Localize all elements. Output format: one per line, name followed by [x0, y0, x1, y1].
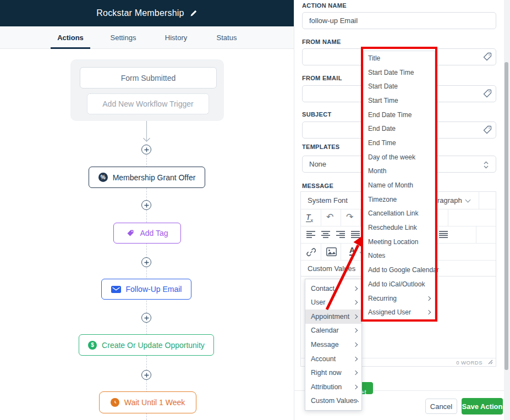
- step-follow-up-email[interactable]: Follow-Up Email: [101, 279, 191, 300]
- add-step-button[interactable]: [141, 145, 151, 154]
- plus-icon: [144, 373, 149, 378]
- dollar-coin-icon: $: [88, 341, 97, 350]
- custom-values-menu: Contact User Appointment Calendar Messag…: [305, 279, 362, 411]
- menu-item-user[interactable]: User: [305, 296, 361, 310]
- image-icon[interactable]: [326, 247, 337, 256]
- align-right-icon[interactable]: [336, 231, 346, 238]
- cancel-button[interactable]: Cancel: [425, 399, 457, 414]
- merge-tag-icon[interactable]: [482, 124, 493, 135]
- subject-label: SUBJECT: [302, 111, 331, 118]
- submenu-item-month[interactable]: Month: [364, 164, 435, 179]
- menu-item-calendar[interactable]: Calendar: [305, 324, 361, 338]
- from-name-label: FROM NAME: [302, 38, 341, 45]
- list-icon[interactable]: [439, 231, 448, 238]
- merge-tag-icon[interactable]: [482, 51, 493, 62]
- step-label: Membership Grant Offer: [113, 173, 196, 182]
- workflow-header: Rockstar Membership: [0, 0, 294, 26]
- resize-handle-icon[interactable]: [488, 360, 493, 364]
- templates-selected-value: None: [309, 160, 326, 168]
- chevron-right-icon: [426, 296, 431, 300]
- align-justify-icon[interactable]: [351, 231, 360, 238]
- add-step-button[interactable]: [141, 200, 151, 210]
- menu-item-custom-values[interactable]: Custom Values: [305, 394, 361, 408]
- tab-settings[interactable]: Settings: [102, 26, 144, 48]
- merge-tag-icon[interactable]: [482, 88, 493, 99]
- font-family-select[interactable]: System Font: [308, 196, 348, 205]
- plus-icon: [144, 147, 149, 152]
- action-name-label: ACTION NAME: [302, 2, 347, 9]
- add-step-button[interactable]: [141, 257, 151, 267]
- step-label: Wait Until 1 Week: [124, 398, 185, 407]
- step-label: Create Or Update Opportunity: [102, 341, 205, 350]
- submenu-item-start-date-time[interactable]: Start Date Time: [364, 65, 435, 80]
- workflow-editor-screen: Rockstar Membership Actions Settings His…: [0, 0, 510, 420]
- menu-item-attribution[interactable]: Attribution: [305, 380, 361, 394]
- trigger-card: Form Submitted Add New Workflow Trigger: [70, 59, 224, 121]
- envelope-icon: [111, 286, 121, 293]
- save-action-button[interactable]: Save Action: [462, 398, 503, 415]
- panel-scrollbar-thumb[interactable]: [504, 62, 508, 370]
- submenu-item-add-to-ical-outlook[interactable]: Add to iCal/Outlook: [364, 277, 435, 291]
- chevron-right-icon: [353, 384, 358, 389]
- add-workflow-trigger-button[interactable]: Add New Workflow Trigger: [87, 93, 209, 114]
- submenu-item-assigned-user[interactable]: Assigned User: [364, 305, 435, 319]
- tab-actions[interactable]: Actions: [51, 26, 90, 48]
- menu-item-account[interactable]: Account: [305, 352, 361, 366]
- chevron-right-icon: [353, 300, 358, 305]
- submenu-item-add-to-google-calendar[interactable]: Add to Google Calendar: [364, 263, 435, 277]
- submenu-item-cancellation-link[interactable]: Cancellation Link: [364, 207, 435, 221]
- edit-pencil-icon[interactable]: [190, 9, 198, 17]
- submenu-item-day-of-the-week[interactable]: Day of the week: [364, 150, 435, 164]
- submenu-item-reschedule-link[interactable]: Reschedule Link: [364, 220, 435, 235]
- chevron-right-icon: [353, 328, 358, 333]
- percent-badge-icon: %: [98, 173, 108, 182]
- add-step-button[interactable]: [141, 370, 151, 380]
- trigger-form-submitted[interactable]: Form Submitted: [80, 67, 217, 89]
- submenu-item-timezone[interactable]: Timezone: [364, 192, 435, 207]
- plus-icon: [144, 316, 149, 320]
- tab-status[interactable]: Status: [209, 26, 244, 48]
- menu-item-right-now[interactable]: Right now: [305, 366, 361, 380]
- action-name-input[interactable]: [302, 12, 496, 29]
- submenu-item-name-of-month[interactable]: Name of Month: [364, 178, 435, 192]
- undo-icon[interactable]: ↶: [326, 212, 333, 222]
- menu-item-appointment[interactable]: Appointment: [305, 310, 361, 324]
- clock-icon: [111, 398, 119, 407]
- submenu-item-end-date-time[interactable]: End Date Time: [364, 108, 435, 122]
- step-membership-grant-offer[interactable]: % Membership Grant Offer: [89, 167, 205, 188]
- add-step-button[interactable]: [141, 313, 151, 323]
- custom-values-select[interactable]: Custom Values: [308, 264, 355, 273]
- submenu-item-title[interactable]: Title: [364, 51, 435, 65]
- templates-label: TEMPLATES: [302, 143, 340, 150]
- menu-item-message[interactable]: Message: [305, 338, 361, 352]
- active-tab-underline: [51, 47, 90, 49]
- tag-icon: [126, 229, 135, 237]
- submenu-item-start-time[interactable]: Start Time: [364, 93, 435, 108]
- submenu-item-end-date[interactable]: End Date: [364, 121, 435, 136]
- submenu-item-meeting-location[interactable]: Meeting Location: [364, 235, 435, 249]
- text-color-icon[interactable]: A: [349, 246, 355, 256]
- step-add-tag[interactable]: Add Tag: [113, 223, 181, 244]
- align-center-icon[interactable]: [321, 231, 331, 238]
- submenu-item-start-date[interactable]: Start Date: [364, 79, 435, 93]
- redo-icon[interactable]: ↷: [346, 212, 353, 222]
- step-create-or-update-opportunity[interactable]: $ Create Or Update Opportunity: [79, 334, 214, 356]
- plus-icon: [144, 203, 149, 208]
- workflow-title: Rockstar Membership: [96, 8, 184, 18]
- chevron-right-icon: [426, 310, 431, 314]
- message-label: MESSAGE: [302, 183, 333, 189]
- step-label: Add Tag: [140, 229, 168, 237]
- tab-history[interactable]: History: [157, 26, 195, 48]
- step-wait-until-1-week[interactable]: Wait Until 1 Week: [99, 391, 196, 413]
- menu-item-contact[interactable]: Contact: [305, 281, 361, 296]
- chevron-down-icon: [465, 197, 471, 203]
- submenu-item-end-time[interactable]: End Time: [364, 136, 435, 150]
- submenu-item-notes[interactable]: Notes: [364, 249, 435, 263]
- chevron-right-icon: [353, 356, 358, 361]
- align-left-icon[interactable]: [306, 231, 316, 238]
- submenu-item-recurring[interactable]: Recurring: [364, 291, 435, 306]
- chevron-right-icon: [353, 371, 358, 375]
- clear-formatting-icon[interactable]: Tx: [306, 213, 313, 223]
- link-icon[interactable]: [306, 247, 316, 257]
- plus-icon: [144, 260, 149, 265]
